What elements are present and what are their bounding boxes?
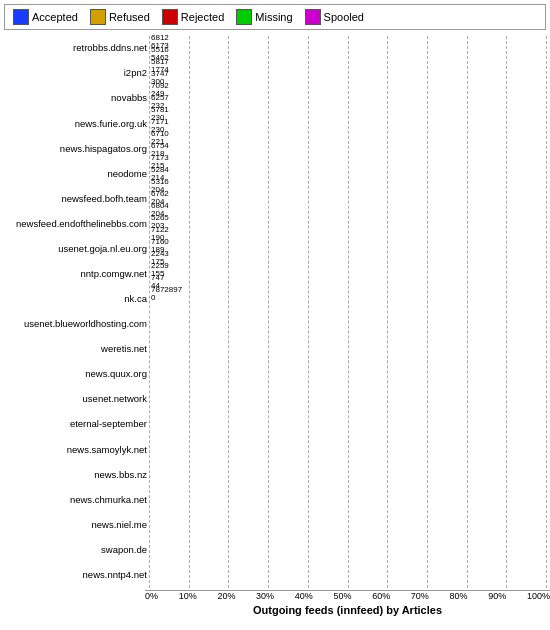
y-axis-label: news.hispagatos.org [4,144,147,154]
x-tick: 60% [372,591,390,601]
x-tick: 30% [256,591,274,601]
bar-row: 5316204 [149,180,546,192]
bar-values: 78728970 [151,286,182,303]
legend-color-rejected [162,9,178,25]
y-axis: retrobbs.ddns.neti2pn2novabbsnews.furie.… [4,36,149,588]
legend-label-spooled: Spooled [324,11,364,23]
bar-row: 2243175 [149,252,546,264]
y-axis-label: usenet.goja.nl.eu.org [4,244,147,254]
y-axis-label: retrobbs.ddns.net [4,43,147,53]
bar-row: 6257232 [149,96,546,108]
y-axis-label: news.quux.org [4,369,147,379]
y-axis-label: eternal-september [4,419,147,429]
legend-item-rejected: Rejected [162,9,224,25]
bar-row: 2259155 [149,264,546,276]
legend-label-accepted: Accepted [32,11,78,23]
legend-color-accepted [13,9,29,25]
grid-line [546,36,547,588]
x-tick: 90% [488,591,506,601]
bar-row: 5265203 [149,216,546,228]
x-tick: 70% [411,591,429,601]
bar-row: 6754218 [149,144,546,156]
legend-item-refused: Refused [90,9,150,25]
y-axis-label: news.chmurka.net [4,495,147,505]
x-tick: 50% [333,591,351,601]
y-axis-label: swapon.de [4,545,147,555]
x-tick: 80% [450,591,468,601]
legend-label-refused: Refused [109,11,150,23]
legend-item-spooled: Spooled [305,9,364,25]
bar-row: 6762204 [149,192,546,204]
y-axis-label: newsfeed.bofh.team [4,194,147,204]
y-axis-label: i2pn2 [4,68,147,78]
legend-label-missing: Missing [255,11,292,23]
x-tick: 0% [145,591,158,601]
legend: AcceptedRefusedRejectedMissingSpooled [4,4,546,30]
bar-row: 5781230 [149,108,546,120]
chart-container: AcceptedRefusedRejectedMissingSpooled re… [0,0,550,630]
y-axis-label: news.nntp4.net [4,570,147,580]
bar-row: 55165462 [149,48,546,60]
x-tick: 100% [527,591,550,601]
x-tick: 20% [217,591,235,601]
y-axis-label: news.samoylyk.net [4,445,147,455]
bar-value-refused: 0 [151,294,182,302]
bar-row: 7160189 [149,240,546,252]
chart-area: retrobbs.ddns.neti2pn2novabbsnews.furie.… [0,34,550,590]
bar-value-total: 7872897 [151,286,182,294]
bar-row: 7171230 [149,120,546,132]
legend-label-rejected: Rejected [181,11,224,23]
y-axis-label: neodome [4,169,147,179]
legend-item-missing: Missing [236,9,292,25]
y-axis-label: usenet.network [4,394,147,404]
y-axis-label: nk.ca [4,294,147,304]
bar-row: 68126173 [149,36,546,48]
bar-container: 6812617355165462581717743747300709224962… [149,36,546,588]
y-axis-label: newsfeed.endofthelinebbs.com [4,219,147,229]
bar-row: 58171774 [149,60,546,72]
x-tick: 40% [295,591,313,601]
bar-row: 6804204 [149,204,546,216]
bars-with-values: 6812617355165462581717743747300709224962… [149,36,546,300]
y-axis-label: usenet.blueworldhosting.com [4,319,147,329]
bar-row: 74744 [149,276,546,288]
x-ticks: 0%10%20%30%40%50%60%70%80%90%100% [145,590,550,601]
legend-color-spooled [305,9,321,25]
bar-row: 7173215 [149,156,546,168]
y-axis-label: news.bbs.nz [4,470,147,480]
y-axis-label: weretis.net [4,344,147,354]
y-axis-label: news.niel.me [4,520,147,530]
legend-color-refused [90,9,106,25]
bar-row: 6710221 [149,132,546,144]
bar-row: 5284214 [149,168,546,180]
x-tick: 10% [179,591,197,601]
bar-row: 3747300 [149,72,546,84]
y-axis-label: novabbs [4,93,147,103]
x-axis-area: 0%10%20%30%40%50%60%70%80%90%100% Outgoi… [145,590,550,630]
bar-row: 78728970 [149,288,546,300]
bar-row: 7092249 [149,84,546,96]
bar-row: 7122190 [149,228,546,240]
x-axis-title: Outgoing feeds (innfeed) by Articles [145,604,550,616]
legend-item-accepted: Accepted [13,9,78,25]
legend-color-missing [236,9,252,25]
y-axis-label: news.furie.org.uk [4,119,147,129]
y-axis-label: nntp.comgw.net [4,269,147,279]
